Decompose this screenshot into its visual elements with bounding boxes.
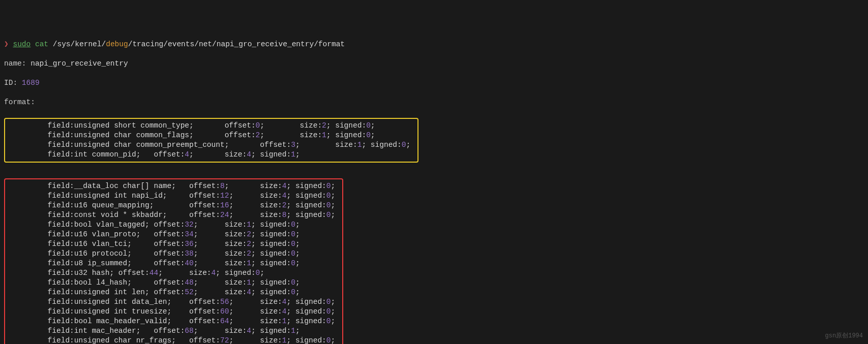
field-end: ; xyxy=(260,269,264,277)
field-signed: 0 xyxy=(326,317,331,325)
field-signed: 0 xyxy=(291,230,295,238)
field-decl: field:unsigned char common_flags; offset… xyxy=(12,131,256,139)
path-debug: debug xyxy=(106,40,128,48)
field-sep: ; size: xyxy=(225,182,282,190)
field-sep: ; size: xyxy=(229,201,282,209)
field-sep: ; signed: xyxy=(287,298,326,306)
field-signed: 0 xyxy=(326,298,331,306)
field-signed: 0 xyxy=(326,182,331,190)
field-decl: field:bool l4_hash; offset: xyxy=(12,278,185,287)
field-decl: field:u16 queue_mapping; offset: xyxy=(12,201,220,209)
format-label: format: xyxy=(4,98,35,106)
field-size: 1 xyxy=(247,259,251,267)
field-sep: ; signed: xyxy=(287,201,326,209)
field-end: ; xyxy=(406,141,410,149)
field-row: field:bool mac_header_valid; offset:64; … xyxy=(12,317,335,326)
field-end: ; xyxy=(295,259,300,267)
field-size: 2 xyxy=(247,249,251,258)
field-offset: 4 xyxy=(185,150,189,159)
field-offset: 24 xyxy=(220,211,229,219)
field-sep: ; size: xyxy=(260,131,322,139)
field-sep: ; signed: xyxy=(251,327,291,335)
field-row: field:bool l4_hash; offset:48; size:1; s… xyxy=(12,278,335,288)
field-row: field:unsigned int napi_id; offset:12; s… xyxy=(12,191,335,201)
field-size: 4 xyxy=(282,307,287,316)
field-sep: ; size: xyxy=(194,278,247,287)
field-sep: ; size: xyxy=(194,230,247,238)
field-decl: field:const void * skbaddr; offset: xyxy=(12,211,220,219)
field-end: ; xyxy=(331,298,336,306)
field-end: ; xyxy=(331,317,336,325)
field-signed: 0 xyxy=(291,259,295,267)
terminal-output[interactable]: ❯ sudo cat /sys/kernel/debug/tracing/eve… xyxy=(4,30,864,344)
field-sep: ; size: xyxy=(229,317,282,325)
event-fields-box: field:__data_loc char[] name; offset:8; … xyxy=(4,178,343,344)
field-signed: 0 xyxy=(326,307,331,316)
field-signed: 0 xyxy=(326,192,331,200)
field-decl: field:bool vlan_tagged; offset: xyxy=(12,221,185,229)
field-signed: 0 xyxy=(291,278,295,287)
field-sep: ; size: xyxy=(229,192,282,200)
field-row: field:u16 vlan_tci; offset:36; size:2; s… xyxy=(12,239,335,249)
field-decl: field:unsigned char common_preempt_count… xyxy=(12,141,291,149)
field-decl: field:u16 protocol; offset: xyxy=(12,249,185,258)
field-end: ; xyxy=(331,182,336,190)
field-offset: 3 xyxy=(291,141,295,149)
field-sep: ; signed: xyxy=(287,307,326,316)
field-sep: ; signed: xyxy=(287,317,326,325)
field-size: 4 xyxy=(247,150,251,159)
field-sep: ; size: xyxy=(194,221,247,229)
field-offset: 34 xyxy=(185,230,193,238)
field-row: field:u16 queue_mapping; offset:16; size… xyxy=(12,201,335,210)
field-sep: ; signed: xyxy=(251,249,291,258)
field-size: 1 xyxy=(282,336,287,344)
path-post: /tracing/events/net/napi_gro_receive_ent… xyxy=(128,40,345,48)
field-sep: ; signed: xyxy=(326,121,366,130)
field-row: field:u32 hash; offset:44; size:4; signe… xyxy=(12,268,335,278)
field-end: ; xyxy=(295,230,300,238)
field-sep: ; signed: xyxy=(287,211,326,219)
field-signed: 0 xyxy=(366,121,371,130)
field-offset: 38 xyxy=(185,249,193,258)
field-size: 2 xyxy=(282,201,287,209)
field-offset: 40 xyxy=(185,259,193,267)
field-size: 1 xyxy=(247,278,251,287)
field-size: 4 xyxy=(282,182,287,190)
field-signed: 0 xyxy=(326,211,331,219)
field-row: field:__data_loc char[] name; offset:8; … xyxy=(12,181,335,191)
field-sep: ; size: xyxy=(229,298,282,306)
field-row: field:bool vlan_tagged; offset:32; size:… xyxy=(12,220,335,230)
field-sep: ; signed: xyxy=(251,288,291,296)
field-sep: ; size: xyxy=(260,121,322,130)
field-sep: ; size: xyxy=(194,288,247,296)
field-row: field:int common_pid; offset:4; size:4; … xyxy=(12,150,410,160)
field-offset: 52 xyxy=(185,288,193,296)
field-sep: ; size: xyxy=(194,259,247,267)
field-size: 2 xyxy=(322,121,326,130)
field-sep: ; size: xyxy=(189,150,247,159)
field-sep: ; size: xyxy=(295,141,357,149)
field-offset: 56 xyxy=(220,298,229,306)
field-sep: ; size: xyxy=(229,307,282,316)
field-offset: 36 xyxy=(185,240,193,248)
field-decl: field:unsigned char nr_frags; offset: xyxy=(12,336,220,344)
field-end: ; xyxy=(331,192,336,200)
id-line: ID: 1689 xyxy=(4,78,864,88)
field-sep: ; size: xyxy=(194,327,247,335)
field-sep: ; signed: xyxy=(251,278,291,287)
field-end: ; xyxy=(295,278,300,287)
field-end: ; xyxy=(371,121,375,130)
prompt-line: ❯ sudo cat /sys/kernel/debug/tracing/eve… xyxy=(4,40,864,49)
field-signed: 0 xyxy=(291,249,295,258)
field-sep: ; size: xyxy=(194,240,247,248)
field-decl: field:u32 hash; offset: xyxy=(12,269,149,277)
field-sep: ; size: xyxy=(158,269,211,277)
field-decl: field:unsigned int napi_id; offset: xyxy=(12,192,220,200)
id-value: 1689 xyxy=(17,79,40,87)
field-size: 4 xyxy=(282,298,287,306)
field-decl: field:unsigned int data_len; offset: xyxy=(12,298,220,306)
field-end: ; xyxy=(371,131,375,139)
watermark: gsn原创1994 xyxy=(825,331,863,341)
field-offset: 68 xyxy=(185,327,193,335)
field-signed: 0 xyxy=(291,221,295,229)
